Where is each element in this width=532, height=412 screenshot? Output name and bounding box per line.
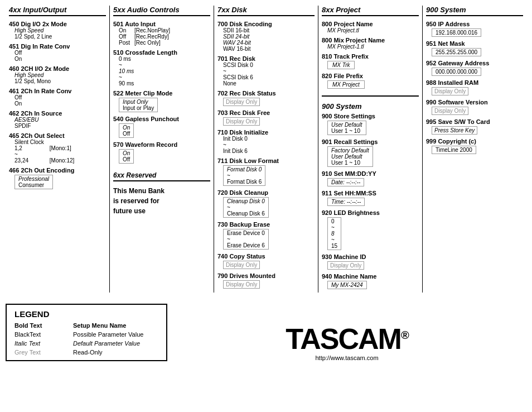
param: ~ [113,62,210,68]
menu-462-title: 462 2Ch In Source [9,110,106,117]
menu-501: 501 Auto Input On Off Post [Rec.NonPlay]… [113,21,210,46]
param: SCSI Disk 6 [217,74,315,80]
param: 0 ms [113,56,210,62]
display-only-740: Display Only [223,261,260,269]
param: [Rec.NonPlay] [134,27,170,33]
param: AES/EBU [9,117,106,123]
menu-995: 995 Save S/W To Card Press Store Key [426,118,523,135]
menu-920: 920 LED Brightness 0 ~ 8 ~ 15 [322,209,419,250]
param: ~ [113,74,210,80]
col-header-6xx: 6xx Reserved [113,171,210,181]
column-8xx: 8xx Project 800 Project Name MX Project.… [318,6,423,293]
menu-466-title: 466 2Ch Out Encoding [9,167,106,174]
param: 0 [331,218,337,224]
menu-790-title: 790 Drives Mounted [217,272,315,279]
param: TimeLine 2000 [436,147,472,153]
legend-row-normal: BlackText Possible Parameter Value [14,331,158,338]
column-5xx: 5xx Audio Controls 501 Auto Input On Off… [110,6,214,293]
menu-990: 990 Software Version Display Only [426,99,523,115]
menu-702: 702 Rec Disk Status Display Only [217,90,315,106]
param: MX Trk [332,62,350,68]
param: Post [119,40,130,46]
main-content: 4xx Input/Output 450 Dig I/O 2x Mode Hig… [6,6,526,293]
param: Init Disk 6 [217,148,315,154]
menu-800a-title: 800 Project Name [322,21,419,27]
menu-570: 570 Waveform Record On Off [113,141,210,164]
menu-720: 720 Disk Cleanup Cleanup Disk 0 ~ Cleanu… [217,189,315,218]
section-900-col4: 900 System 900 Store Settings User Defau… [322,95,419,289]
param: 90 ms [113,80,210,87]
menu-988: 988 Installed RAM Display Only [426,79,523,95]
menu-711: 711 Disk Low Format Format Disk 0 ~ Form… [217,157,315,186]
param [50,139,74,145]
param: Off [9,94,106,100]
display-only-990: Display Only [432,107,468,115]
menu-995-title: 995 Save S/W To Card [426,118,523,125]
param: ~ [331,224,337,231]
tascam-logo: TASCAM® [167,324,526,353]
param: User 1 ~ 10 [331,160,369,166]
param: Professional [18,176,49,182]
legend-right-bold: Setup Menu Name [73,322,126,329]
menu-461-title: 461 2Ch In Rate Conv [9,88,106,94]
menu-461: 461 2Ch In Rate Conv Off On [9,88,106,107]
param-col-left: On Off Post [119,27,130,46]
menu-701: 701 Rec Disk SCSI Disk 0 ~ SCSI Disk 6 N… [217,55,315,87]
menu-720-title: 720 Disk Cleanup [217,189,315,196]
param: None [217,80,315,87]
param: [Mono:12] [50,157,74,164]
legend-left-normal: BlackText [14,331,67,338]
col-header-900: 900 System [426,6,523,16]
menu-700-title: 700 Disk Encoding [217,21,315,27]
menu-951: 951 Net Mask 255.255.255.000 [426,40,523,56]
param: WAV 16-bit [217,46,315,52]
param: 255.255.255.000 [436,49,477,55]
param: Off [119,33,130,40]
col-header-5xx: 5xx Audio Controls [113,6,210,16]
menu-910: 910 Set MM:DD:YY Date: --:--:-- [322,170,419,186]
param: Format Disk 0 [227,166,262,173]
menu-451-title: 451 Dig In Rate Conv [9,43,106,50]
legend-title: LEGEND [14,309,158,319]
column-4xx: 4xx Input/Output 450 Dig I/O 2x Mode Hig… [6,6,110,293]
menu-703-title: 703 Rec Disk Free [217,109,315,116]
menu-800b-title: 800 Mix Project Name [322,37,419,44]
menu-740: 740 Copy Status Display Only [217,253,315,269]
menu-820-title: 820 File Prefix [322,73,419,79]
display-only-702: Display Only [223,98,260,106]
display-only-988: Display Only [432,87,468,95]
menu-800a: 800 Project Name MX Project.tl [322,21,419,33]
param: MX Project [332,82,360,88]
param: ~ [331,237,337,243]
menu-703: 703 Rec Disk Free Display Only [217,109,315,126]
param: Input or Play [123,105,154,111]
param: SDII 16-bit [217,27,315,33]
param: ~ [227,173,262,179]
col-header-7xx: 7xx Disk [217,6,315,16]
param: On [9,56,106,62]
param: WAV 24-bit [217,40,315,46]
menu-810-title: 810 Track Prefix [322,53,419,60]
menu-990-title: 990 Software Version [426,99,523,106]
param: [Rec Only] [134,40,170,46]
menu-901: 901 Recall Settings Factory Default User… [322,138,419,167]
menu-950: 950 IP Address 192.168.000.016 [426,21,523,37]
param: [Rec.RecRdy] [134,33,170,40]
param: 1/2 Spd, 2 Line [9,33,106,40]
param: Cleanup Disk 6 [227,210,265,217]
menu-510: 510 Crossfade Length 0 ms ~ 10 ms ~ 90 m… [113,49,210,87]
param: ~ [217,68,315,74]
menu-540-title: 540 Gapless Punchout [113,116,210,122]
menu-450: 450 Dig I/O 2x Mode High Speed 1/2 Spd, … [9,21,106,40]
menu-501-title: 501 Auto Input [113,21,210,27]
display-only-930: Display Only [327,261,364,270]
menu-466: 466 2Ch Out Encoding Professional Consum… [9,167,106,189]
param: High Speed [9,27,106,33]
menu-702-title: 702 Rec Disk Status [217,90,315,97]
menu-988-title: 988 Installed RAM [426,79,523,86]
param: Silent Clock [14,139,44,145]
menu-450-title: 450 Dig I/O 2x Mode [9,21,106,27]
menu-820: 820 File Prefix MX Project [322,73,419,89]
menu-930-title: 930 Machine ID [322,253,419,260]
param: Off [9,50,106,56]
